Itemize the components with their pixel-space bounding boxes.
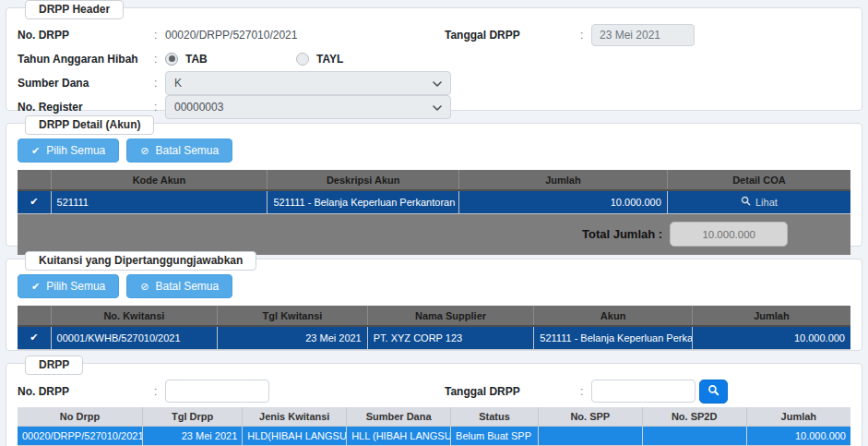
no-drpp-value: 00020/DRPP/527010/2021 <box>165 29 297 42</box>
lihat-link[interactable]: Lihat <box>741 196 778 208</box>
col-no-spp: No. SPP <box>538 407 642 426</box>
drpp-list-card: DRPP No. DRPP : Tanggal DRPP : No Drpp T… <box>6 363 862 446</box>
filter-no-drpp-label: No. DRPP <box>18 385 154 398</box>
no-drpp-row: No. DRPP : 00020/DRPP/527010/2021 Tangga… <box>18 23 850 46</box>
chevron-down-icon <box>432 78 443 92</box>
table-row[interactable]: ✔ 00001/KWHB/527010/2021 23 Mei 2021 PT.… <box>18 326 850 349</box>
no-register-label: No. Register <box>18 101 154 114</box>
radio-tayl-circle[interactable] <box>296 53 309 66</box>
col-no-kwitansi: No. Kwitansi <box>51 306 218 326</box>
col-no-drpp: No Drpp <box>18 407 142 426</box>
col-status: Status <box>451 407 539 426</box>
cell-jumlah: 10.000.000 <box>692 326 850 349</box>
filter-no-drpp-input[interactable] <box>165 380 269 403</box>
no-register-selected: 00000003 <box>174 101 223 114</box>
search-icon <box>707 384 719 399</box>
radio-tayl-label: TAYL <box>316 53 343 66</box>
cell-jenis-kwitansi: HLD(HIBAH LANGSUNG DALAM <box>243 426 347 445</box>
col-kode-akun: Kode Akun <box>51 170 268 190</box>
drpp-header-legend: DRPP Header <box>25 0 124 19</box>
radio-tab-circle[interactable] <box>165 53 178 66</box>
drpp-list-table: No Drpp Tgl Drpp Jenis Kwitansi Sumber D… <box>18 407 850 446</box>
col-no-sp2d: No. SP2D <box>642 407 746 426</box>
cell-jumlah: 10.000.000 <box>746 426 850 445</box>
kuitansi-card: Kuitansi yang Dipertanggungjawabkan ✔ Pi… <box>6 259 862 351</box>
tanggal-drpp-label: Tanggal DRPP <box>445 29 580 42</box>
kuitansi-legend: Kuitansi yang Dipertanggungjawabkan <box>25 251 256 271</box>
col-tgl-drpp: Tgl Drpp <box>142 407 242 426</box>
sumber-dana-select[interactable]: K <box>165 71 451 95</box>
chevron-down-icon <box>432 102 443 116</box>
cell-tgl-drpp: 23 Mei 2021 <box>142 426 242 445</box>
pilih-semua-button[interactable]: ✔ Pilih Semua <box>18 139 119 163</box>
drpp-list-legend: DRPP <box>25 356 83 375</box>
col-akun: Akun <box>534 306 693 326</box>
col-tgl-kwitansi: Tgl Kwitansi <box>218 306 368 326</box>
no-register-select[interactable]: 00000003 <box>165 95 451 119</box>
cancel-icon: ⊘ <box>140 282 149 292</box>
radio-tayl[interactable]: TAYL <box>296 53 427 66</box>
col-jumlah: Jumlah <box>746 407 850 426</box>
cell-jumlah: 10.000.000 <box>459 190 668 213</box>
detail-akun-table: Kode Akun Deskripsi Akun Jumlah Detail C… <box>18 170 850 214</box>
cell-detail-coa: Lihat <box>667 190 850 213</box>
sumber-dana-selected: K <box>174 77 182 90</box>
cell-kode-akun: 521111 <box>51 190 268 213</box>
table-row[interactable]: ✔ 521111 521111 - Belanja Keperluan Perk… <box>18 190 850 213</box>
drpp-header-card: DRPP Header No. DRPP : 00020/DRPP/527010… <box>6 7 862 111</box>
col-nama-supplier: Nama Supplier <box>367 306 534 326</box>
sumber-dana-label: Sumber Dana <box>18 77 154 90</box>
col-jenis-kwitansi: Jenis Kwitansi <box>243 407 347 426</box>
tahun-anggaran-row: Tahun Anggaran Hibah : TAB TAYL <box>18 47 850 70</box>
radio-tab[interactable]: TAB <box>165 53 296 66</box>
filter-tanggal-label: Tanggal DRPP <box>445 385 580 398</box>
tahun-anggaran-label: Tahun Anggaran Hibah <box>18 53 154 66</box>
total-jumlah-label: Total Jumlah : <box>582 227 662 241</box>
check-icon: ✔ <box>31 146 40 156</box>
cell-no-spp <box>538 426 642 445</box>
total-jumlah-bar: Total Jumlah : <box>18 214 850 255</box>
sumber-dana-row: Sumber Dana : K <box>18 71 850 94</box>
cell-no-drpp: 00020/DRPP/527010/2021 <box>18 426 142 445</box>
col-detail-coa: Detail COA <box>667 170 850 190</box>
cell-akun: 521111 - Belanja Keperluan Perkantoran <box>534 326 693 349</box>
col-sumber-dana: Sumber Dana <box>347 407 451 426</box>
col-deskripsi-akun: Deskripsi Akun <box>268 170 459 190</box>
search-button[interactable] <box>699 380 728 404</box>
cell-nama-supplier: PT. XYZ CORP 123 <box>367 326 534 349</box>
kuitansi-table-header-row: No. Kwitansi Tgl Kwitansi Nama Supplier … <box>18 306 850 326</box>
tanggal-drpp-input[interactable] <box>591 24 695 46</box>
cell-no-kwitansi: 00001/KWHB/527010/2021 <box>51 326 218 349</box>
row-check-icon[interactable]: ✔ <box>18 326 51 349</box>
cell-tgl-kwitansi: 23 Mei 2021 <box>218 326 368 349</box>
drpp-table-header-row: No Drpp Tgl Drpp Jenis Kwitansi Sumber D… <box>18 407 850 426</box>
drpp-detail-legend: DRPP Detail (Akun) <box>25 115 154 135</box>
col-jumlah: Jumlah <box>459 170 668 190</box>
cell-deskripsi-akun: 521111 - Belanja Keperluan Perkantoran <box>268 190 459 213</box>
batal-semua-button[interactable]: ⊘ Batal Semua <box>126 139 232 163</box>
cancel-icon: ⊘ <box>140 146 149 156</box>
cell-status: Belum Buat SPP <box>451 426 539 445</box>
check-icon: ✔ <box>31 282 40 292</box>
table-row[interactable]: 00020/DRPP/527010/2021 23 Mei 2021 HLD(H… <box>18 426 850 445</box>
drpp-filter-row: No. DRPP : Tanggal DRPP : <box>18 379 850 404</box>
no-drpp-label: No. DRPP <box>18 29 154 42</box>
kuitansi-table: No. Kwitansi Tgl Kwitansi Nama Supplier … <box>18 306 850 350</box>
total-jumlah-input[interactable] <box>670 222 788 247</box>
drpp-detail-card: DRPP Detail (Akun) ✔ Pilih Semua ⊘ Batal… <box>6 123 862 247</box>
detail-table-header-row: Kode Akun Deskripsi Akun Jumlah Detail C… <box>18 170 850 190</box>
search-icon <box>741 196 751 208</box>
radio-tab-label: TAB <box>185 53 208 66</box>
filter-tanggal-input[interactable] <box>591 380 696 403</box>
batal-semua-button[interactable]: ⊘ Batal Semua <box>126 274 232 298</box>
col-jumlah: Jumlah <box>692 306 850 326</box>
row-check-icon[interactable]: ✔ <box>18 190 51 213</box>
pilih-semua-button[interactable]: ✔ Pilih Semua <box>18 274 119 298</box>
cell-no-sp2d <box>642 426 746 445</box>
cell-sumber-dana: HLL (HIBAH LANGSUNG LUAR <box>347 426 451 445</box>
